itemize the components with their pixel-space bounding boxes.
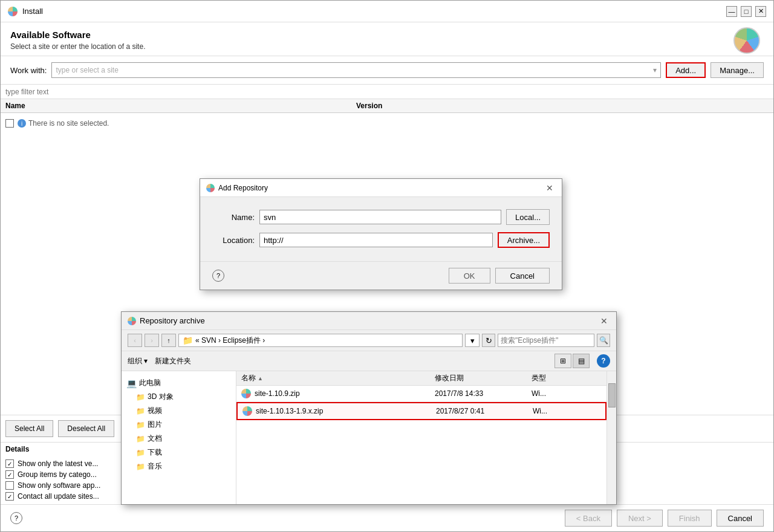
nav-back-button[interactable]: ‹ [128, 334, 142, 347]
sidebar-item-label: 下载 [148, 447, 162, 458]
archive-title-bar: Repository archive ✕ [122, 312, 616, 330]
refresh-button[interactable]: ↻ [482, 334, 495, 347]
archive-help-button[interactable]: ? [597, 354, 610, 368]
filter-row [1, 85, 773, 99]
file-name-1: site-1.10.9.zip [255, 389, 435, 398]
header-section: Available Software Select a site or ente… [1, 22, 773, 56]
sidebar-item-computer[interactable]: 💻 此电脑 [122, 376, 236, 390]
new-folder-button[interactable]: 新建文件夹 [155, 356, 191, 366]
show-latest-checkbox[interactable] [5, 459, 14, 468]
organize-button[interactable]: 组织 ▾ [128, 356, 148, 366]
breadcrumb-text: « SVN › Eclipse插件 › [195, 336, 265, 346]
sidebar-item-label: 音乐 [148, 461, 162, 472]
sidebar-item-video[interactable]: 📁 视频 [122, 404, 236, 418]
table-header: Name Version [1, 99, 773, 113]
file-row-1[interactable]: site-1.10.9.zip 2017/7/8 14:33 Wi... [236, 386, 607, 402]
col-name-header: Name [5, 102, 356, 110]
breadcrumb-folder-icon: 📁 [183, 336, 193, 345]
group-category-checkbox[interactable] [5, 470, 14, 479]
title-bar: Install — □ ✕ [1, 1, 773, 22]
archive-button[interactable]: Archive... [498, 232, 550, 248]
close-button[interactable]: ✕ [755, 6, 766, 17]
add-repo-dialog-title: Add Repository [218, 184, 268, 192]
name-row: Name: Local... [212, 209, 550, 225]
row-checkbox[interactable] [5, 119, 14, 128]
sidebar-item-label: 图片 [148, 420, 162, 430]
col-name[interactable]: 名称 ▲ [241, 373, 435, 383]
file-date-2: 2017/8/27 0:41 [436, 407, 533, 415]
add-repo-title-bar: Add Repository ✕ [200, 179, 562, 197]
file-icon-2 [242, 406, 252, 416]
col-name-label: 名称 [241, 373, 256, 383]
archive-actions: 组织 ▾ 新建文件夹 ⊞ ▤ ? [122, 351, 616, 371]
manage-button[interactable]: Manage... [711, 62, 764, 78]
breadcrumb-dropdown[interactable]: ▾ [465, 334, 480, 347]
add-repo-actions: OK Cancel [449, 268, 550, 284]
add-button[interactable]: Add... [666, 62, 706, 78]
file-row-2[interactable]: site-1.10.13-1.9.x.zip 2017/8/27 0:41 Wi… [236, 402, 607, 420]
site-combo-value: type or select a site [56, 66, 118, 74]
add-repo-footer: ? OK Cancel [200, 261, 562, 290]
filter-input[interactable] [5, 88, 769, 96]
sidebar-item-documents[interactable]: 📁 文档 [122, 432, 236, 446]
work-with-label: Work with: [10, 66, 47, 75]
location-input[interactable] [259, 233, 493, 247]
local-button[interactable]: Local... [506, 209, 550, 225]
archive-file-list: 名称 ▲ 修改日期 类型 site-1.10.9.zip 2017/7/8 14… [236, 371, 607, 504]
sidebar-item-3d[interactable]: 📁 3D 对象 [122, 390, 236, 404]
add-repo-close-button[interactable]: ✕ [544, 182, 556, 194]
sidebar-item-label: 此电脑 [139, 378, 161, 388]
window-controls: — □ ✕ [726, 6, 766, 17]
deselect-all-button[interactable]: Deselect All [58, 420, 114, 437]
grid-view-button[interactable]: ⊞ [554, 354, 571, 368]
sidebar-item-downloads[interactable]: 📁 下载 [122, 446, 236, 459]
sidebar-item-music[interactable]: 📁 音乐 [122, 459, 236, 473]
main-help-button[interactable]: ? [10, 512, 22, 524]
archive-close-button[interactable]: ✕ [598, 315, 610, 327]
archive-col-header: 名称 ▲ 修改日期 类型 [236, 371, 607, 386]
combo-arrow-icon: ▾ [653, 66, 657, 74]
site-combo[interactable]: type or select a site ▾ [51, 62, 661, 78]
show-software-label: Show only software app... [18, 481, 100, 490]
view-buttons: ⊞ ▤ [554, 354, 590, 368]
minimize-button[interactable]: — [726, 6, 737, 17]
repo-archive-dialog: Repository archive ✕ ‹ › ↑ 📁 « SVN › Ecl… [121, 311, 617, 505]
archive-body: 💻 此电脑 📁 3D 对象 📁 视频 📁 图片 📁 文档 📁 下载 [122, 371, 616, 504]
col-date[interactable]: 修改日期 [435, 373, 532, 383]
select-all-button[interactable]: Select All [5, 420, 53, 437]
file-date-1: 2017/7/8 14:33 [435, 389, 532, 398]
sidebar-item-label: 3D 对象 [148, 392, 174, 402]
ok-button[interactable]: OK [449, 268, 490, 284]
contact-update-checkbox[interactable] [5, 492, 14, 501]
name-input[interactable] [259, 210, 501, 224]
maximize-button[interactable]: □ [741, 6, 752, 17]
app-icon [8, 7, 18, 16]
show-latest-label: Show only the latest ve... [18, 459, 98, 468]
footer-bar: ? < Back Next > Finish Cancel [1, 504, 773, 531]
finish-button[interactable]: Finish [668, 510, 712, 527]
search-icon[interactable]: 🔍 [597, 334, 610, 347]
work-with-row: Work with: type or select a site ▾ Add..… [1, 56, 773, 85]
archive-dialog-icon [128, 317, 136, 325]
next-button[interactable]: Next > [617, 510, 663, 527]
search-input[interactable] [498, 334, 594, 347]
location-row: Location: Archive... [212, 232, 550, 248]
nav-forward-button[interactable]: › [145, 334, 159, 347]
back-button[interactable]: < Back [565, 510, 612, 527]
details-label: Details [5, 445, 29, 453]
add-repo-content: Name: Local... Location: Archive... [200, 197, 562, 261]
col-type[interactable]: 类型 [532, 373, 602, 383]
add-repo-cancel-button[interactable]: Cancel [495, 268, 550, 284]
sidebar-item-pictures[interactable]: 📁 图片 [122, 418, 236, 432]
archive-scrollbar[interactable] [607, 371, 616, 504]
scrollbar-thumb[interactable] [608, 383, 616, 407]
sort-arrow-icon: ▲ [258, 375, 263, 381]
breadcrumb-bar: 📁 « SVN › Eclipse插件 › [178, 334, 463, 347]
archive-dialog-title: Repository archive [140, 316, 205, 325]
list-view-button[interactable]: ▤ [573, 354, 590, 368]
add-repo-help-button[interactable]: ? [212, 270, 224, 282]
nav-up-button[interactable]: ↑ [161, 334, 176, 347]
cancel-button[interactable]: Cancel [717, 510, 764, 527]
file-type-2: Wi... [533, 407, 600, 415]
show-software-checkbox[interactable] [5, 481, 14, 490]
